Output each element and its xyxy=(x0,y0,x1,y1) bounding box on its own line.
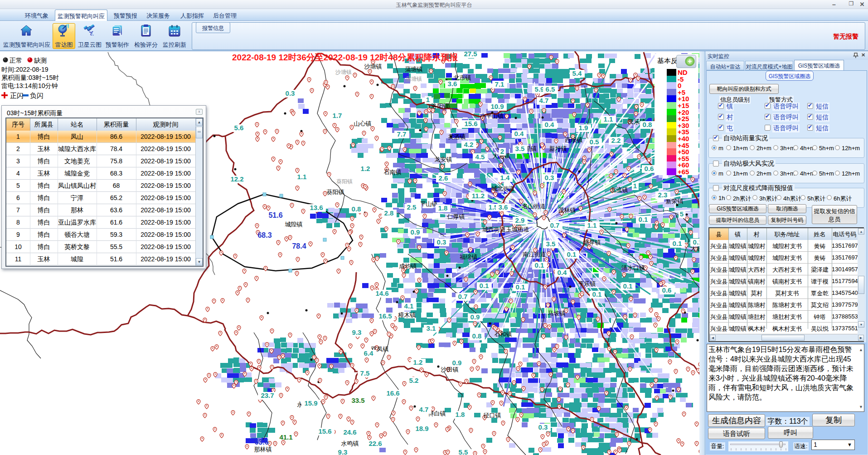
svg-text:1.4: 1.4 xyxy=(500,174,510,181)
svg-text:石和镇: 石和镇 xyxy=(495,331,512,338)
svg-text:径口镇: 径口镇 xyxy=(483,412,501,419)
svg-text:c․: c․ xyxy=(90,32,94,36)
svg-text:68.3: 68.3 xyxy=(257,231,272,239)
svg-text:水鸣镇: 水鸣镇 xyxy=(341,440,359,447)
svg-text:新圩镇: 新圩镇 xyxy=(549,145,567,152)
svg-text:10.9: 10.9 xyxy=(490,103,504,110)
svg-text:0.6: 0.6 xyxy=(662,286,672,294)
svg-text:0.9: 0.9 xyxy=(452,359,462,367)
svg-text:3.5: 3.5 xyxy=(515,145,525,152)
svg-text:0.5: 0.5 xyxy=(590,138,599,146)
svg-text:石南镇: 石南镇 xyxy=(384,169,402,176)
svg-text:27.5: 27.5 xyxy=(464,51,477,58)
svg-text:那林镇: 那林镇 xyxy=(254,446,272,453)
svg-text:樟木镇: 樟木镇 xyxy=(398,312,416,318)
svg-text:0.8: 0.8 xyxy=(352,205,361,213)
svg-text:城北街道: 城北街道 xyxy=(491,185,515,192)
svg-text:2.3: 2.3 xyxy=(658,191,668,199)
svg-text:马坡镇: 马坡镇 xyxy=(548,310,566,317)
svg-text:51.6: 51.6 xyxy=(268,211,282,219)
svg-text:14.6: 14.6 xyxy=(375,289,388,297)
svg-text:0.3: 0.3 xyxy=(437,238,446,246)
svg-text:0.8: 0.8 xyxy=(643,121,652,128)
svg-text:仁厚镇: 仁厚镇 xyxy=(447,213,465,220)
svg-text:0.3: 0.3 xyxy=(545,174,554,181)
svg-text:33.5: 33.5 xyxy=(351,396,364,404)
svg-text:葵阳镇: 葵阳镇 xyxy=(336,178,353,185)
svg-text:1: 1 xyxy=(633,182,637,190)
svg-text:2.8: 2.8 xyxy=(384,209,394,217)
svg-text:4.7: 4.7 xyxy=(539,97,549,104)
svg-text:2022-08-19 12时36分至2022-08-19 1: 2022-08-19 12时36分至2022-08-19 12时48分累积降水预… xyxy=(232,53,458,62)
svg-text:山心镇: 山心镇 xyxy=(354,120,372,127)
svg-text:0.6: 0.6 xyxy=(645,165,654,172)
svg-text:塘岸镇: 塘岸镇 xyxy=(583,239,601,246)
svg-text:0.1: 0.1 xyxy=(480,282,489,289)
svg-text:4.5: 4.5 xyxy=(475,153,485,161)
svg-text:平山镇: 平山镇 xyxy=(420,201,438,207)
svg-text:13.6: 13.6 xyxy=(310,204,323,211)
svg-text:福绵镇: 福绵镇 xyxy=(460,254,478,260)
svg-text:成均镇: 成均镇 xyxy=(399,263,417,269)
svg-text:沙田镇: 沙田镇 xyxy=(441,366,459,373)
svg-text:沙塘镇: 沙塘镇 xyxy=(335,69,352,75)
svg-text:1.8: 1.8 xyxy=(456,411,465,418)
svg-text:2.2: 2.2 xyxy=(611,137,621,144)
svg-text:18.9: 18.9 xyxy=(415,425,428,432)
svg-text:15.6: 15.6 xyxy=(318,427,331,435)
svg-text:9.3: 9.3 xyxy=(338,448,348,455)
svg-text:2.6: 2.6 xyxy=(439,174,448,182)
svg-text:1.9: 1.9 xyxy=(579,124,588,132)
svg-text:3.6: 3.6 xyxy=(499,203,508,211)
svg-text:1.1: 1.1 xyxy=(587,221,597,229)
svg-text:平乐镇: 平乐镇 xyxy=(578,280,596,287)
svg-text:1.2: 1.2 xyxy=(361,165,370,172)
svg-text:5.9: 5.9 xyxy=(535,85,544,93)
svg-text:葵阳镇: 葵阳镇 xyxy=(327,189,344,196)
svg-text:茂林镇: 茂林镇 xyxy=(558,207,576,214)
svg-text:北流镇: 北流镇 xyxy=(611,186,628,193)
svg-text:清水口镇: 清水口镇 xyxy=(621,264,645,271)
svg-text:1.1: 1.1 xyxy=(604,115,613,123)
svg-text:23.7: 23.7 xyxy=(261,391,274,399)
svg-text:16.6: 16.6 xyxy=(386,389,399,397)
svg-text:0.7: 0.7 xyxy=(550,221,560,229)
svg-text:7.1: 7.1 xyxy=(495,80,504,88)
svg-text:22.6: 22.6 xyxy=(369,440,382,447)
svg-text:1.2: 1.2 xyxy=(413,358,423,366)
svg-text:3.5: 3.5 xyxy=(546,240,556,248)
svg-text:1.7: 1.7 xyxy=(333,112,342,119)
svg-text:名山街道: 名山街道 xyxy=(522,203,546,210)
svg-text:7.7: 7.7 xyxy=(397,130,407,138)
svg-text:城西街道玉城街道: 城西街道玉城街道 xyxy=(482,226,529,233)
svg-text:南江街道: 南江街道 xyxy=(523,251,546,258)
svg-text:78.4: 78.4 xyxy=(292,242,306,250)
svg-text:0.9: 0.9 xyxy=(470,313,480,321)
svg-text:6.4: 6.4 xyxy=(364,349,374,357)
svg-text:5.6: 5.6 xyxy=(234,124,244,132)
svg-text:3.1: 3.1 xyxy=(427,324,436,332)
svg-text:0.7: 0.7 xyxy=(458,293,468,300)
svg-text:1.8: 1.8 xyxy=(438,204,448,212)
svg-text:1.1: 1.1 xyxy=(297,173,307,181)
svg-text:12.2: 12.2 xyxy=(230,175,243,183)
svg-text:城隍镇: 城隍镇 xyxy=(285,221,303,228)
svg-text:5: 5 xyxy=(680,210,684,218)
svg-text:5.5: 5.5 xyxy=(459,448,468,455)
svg-text:4.1: 4.1 xyxy=(404,302,414,310)
svg-text:1: 1 xyxy=(426,96,430,103)
svg-text:小平山镇: 小平山镇 xyxy=(480,113,504,119)
svg-text:7.5: 7.5 xyxy=(360,369,370,377)
svg-text:0.4: 0.4 xyxy=(545,121,555,128)
svg-text:0.1: 0.1 xyxy=(592,290,602,298)
svg-text:24.6: 24.6 xyxy=(343,428,356,436)
svg-text:0.4: 0.4 xyxy=(558,269,567,276)
svg-text:5.4: 5.4 xyxy=(572,69,582,77)
svg-text:2.9: 2.9 xyxy=(515,216,525,224)
svg-text:15.6: 15.6 xyxy=(464,120,477,127)
svg-text:0.8: 0.8 xyxy=(472,332,482,340)
svg-text:0.1: 0.1 xyxy=(567,250,577,258)
svg-text:3.6: 3.6 xyxy=(448,80,457,88)
svg-text:卖酒镇: 卖酒镇 xyxy=(448,133,466,140)
svg-text:沙塘镇: 沙塘镇 xyxy=(364,63,382,70)
